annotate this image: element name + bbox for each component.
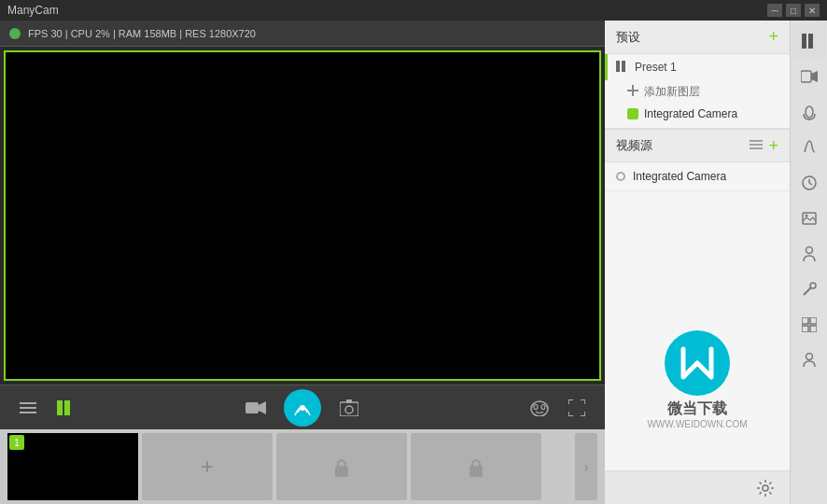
svg-point-42 — [806, 354, 812, 360]
main-layout: FPS 30 | CPU 2% | RAM 158MB | RES 1280X7… — [0, 21, 827, 504]
maximize-button[interactable]: □ — [786, 4, 801, 17]
sidebar-audio-icon[interactable] — [792, 95, 826, 129]
svg-rect-3 — [57, 400, 63, 415]
svg-rect-10 — [346, 399, 352, 403]
window-controls: ─ □ ✕ — [767, 4, 820, 17]
svg-point-35 — [806, 247, 812, 254]
wm-logo — [665, 330, 730, 396]
svg-marker-27 — [811, 71, 818, 82]
svg-rect-39 — [810, 317, 817, 324]
sources-add-button[interactable]: + — [768, 136, 778, 156]
presets-title: 预设 — [616, 29, 640, 46]
svg-line-32 — [809, 183, 812, 185]
presets-header: 预设 + — [605, 21, 790, 54]
svg-point-13 — [541, 404, 545, 409]
source-dot-icon — [616, 172, 625, 181]
svg-point-9 — [345, 406, 353, 413]
sidebar-tools-icon[interactable] — [792, 273, 826, 306]
svg-rect-19 — [632, 85, 634, 96]
right-panel: 预设 + Preset 1 添加新图层 — [605, 21, 827, 504]
right-main: 预设 + Preset 1 添加新图层 — [605, 21, 790, 504]
presets-add-button[interactable]: + — [768, 27, 778, 47]
status-text: FPS 30 | CPU 2% | RAM 158MB | RES 1280X7… — [28, 28, 256, 39]
sources-header: 视频源 + — [605, 129, 790, 162]
toolbar-right — [526, 395, 590, 421]
add-layer-item[interactable]: 添加新图层 — [605, 80, 790, 104]
sidebar-image-icon[interactable] — [792, 202, 826, 235]
svg-rect-40 — [802, 326, 808, 332]
status-indicator — [9, 28, 21, 39]
add-layer-icon — [627, 85, 638, 99]
svg-rect-38 — [802, 317, 808, 324]
scene-item-1[interactable]: 1 — [7, 433, 138, 500]
sources-title: 视频源 — [616, 137, 652, 154]
svg-line-36 — [804, 287, 811, 295]
svg-point-12 — [534, 404, 538, 409]
svg-rect-16 — [616, 61, 620, 72]
right-content: 预设 + Preset 1 添加新图层 — [605, 21, 827, 504]
svg-point-23 — [763, 485, 768, 491]
scenes-icon[interactable] — [52, 395, 78, 421]
bottom-toolbar — [0, 385, 605, 429]
camera-layer-item[interactable]: Integrated Camera — [605, 104, 790, 124]
source-item-camera[interactable]: Integrated Camera — [605, 162, 790, 191]
sidebar-person-icon[interactable] — [792, 237, 826, 271]
sidebar-profile-icon[interactable] — [792, 343, 826, 377]
toolbar-center — [243, 389, 362, 427]
svg-rect-5 — [245, 402, 259, 413]
sidebar-schedule-icon[interactable] — [792, 166, 826, 200]
snapshot-icon[interactable] — [336, 395, 362, 421]
svg-rect-24 — [802, 34, 806, 49]
camera-record-icon[interactable] — [243, 395, 269, 421]
svg-marker-6 — [259, 401, 266, 414]
scene-add-button[interactable]: + — [142, 433, 273, 500]
source-name: Integrated Camera — [633, 170, 726, 183]
svg-rect-17 — [622, 61, 625, 72]
fullscreen-icon[interactable] — [564, 395, 590, 421]
icon-column — [790, 21, 827, 504]
toolbar-left — [15, 395, 78, 421]
svg-rect-26 — [801, 71, 811, 82]
add-layer-label: 添加新图层 — [644, 84, 700, 100]
sidebar-layers-icon[interactable] — [792, 308, 826, 342]
svg-rect-14 — [335, 466, 348, 477]
preset-lines-icon — [616, 60, 629, 75]
menu-icon[interactable] — [15, 395, 41, 421]
preset-1[interactable]: Preset 1 — [605, 54, 790, 80]
presets-section: 预设 + Preset 1 添加新图层 — [605, 21, 790, 129]
scene-badge: 1 — [9, 435, 24, 450]
left-panel: FPS 30 | CPU 2% | RAM 158MB | RES 1280X7… — [0, 21, 605, 504]
settings-icon[interactable] — [749, 471, 782, 505]
scene-locked-2 — [411, 433, 541, 500]
title-bar: ManyCam ─ □ ✕ — [0, 0, 827, 21]
wm-url: WWW.WEIDOWN.COM — [647, 419, 747, 429]
settings-bottom — [605, 470, 790, 504]
sidebar-camera-icon[interactable] — [792, 60, 826, 93]
sources-controls: + — [750, 136, 778, 156]
camera-active-dot — [627, 108, 638, 119]
mask-icon[interactable] — [526, 395, 553, 421]
svg-rect-25 — [808, 34, 813, 49]
sidebar-presets-icon[interactable] — [792, 24, 826, 58]
scene-strip: 1 + › — [0, 429, 605, 504]
scene-locked-1 — [276, 433, 407, 500]
svg-rect-4 — [64, 400, 70, 415]
svg-rect-15 — [470, 466, 483, 477]
svg-rect-41 — [810, 326, 817, 332]
sources-list-icon[interactable] — [750, 138, 763, 153]
status-bar: FPS 30 | CPU 2% | RAM 158MB | RES 1280X7… — [0, 21, 605, 47]
svg-point-37 — [810, 283, 816, 288]
close-button[interactable]: ✕ — [805, 4, 820, 17]
preset-name: Preset 1 — [635, 61, 677, 74]
scene-next-arrow[interactable]: › — [575, 433, 597, 500]
sources-section: 视频源 + Integrated Camera — [605, 129, 790, 288]
svg-point-28 — [806, 106, 813, 118]
watermark-area: 微当下载 WWW.WEIDOWN.COM — [605, 288, 790, 470]
minimize-button[interactable]: ─ — [767, 4, 782, 17]
broadcast-button[interactable] — [284, 389, 321, 427]
app-title: ManyCam — [7, 4, 59, 17]
wm-title: 微当下载 — [667, 399, 727, 419]
video-preview — [4, 50, 601, 381]
svg-point-11 — [531, 401, 548, 416]
sidebar-effects-icon[interactable] — [792, 131, 826, 164]
